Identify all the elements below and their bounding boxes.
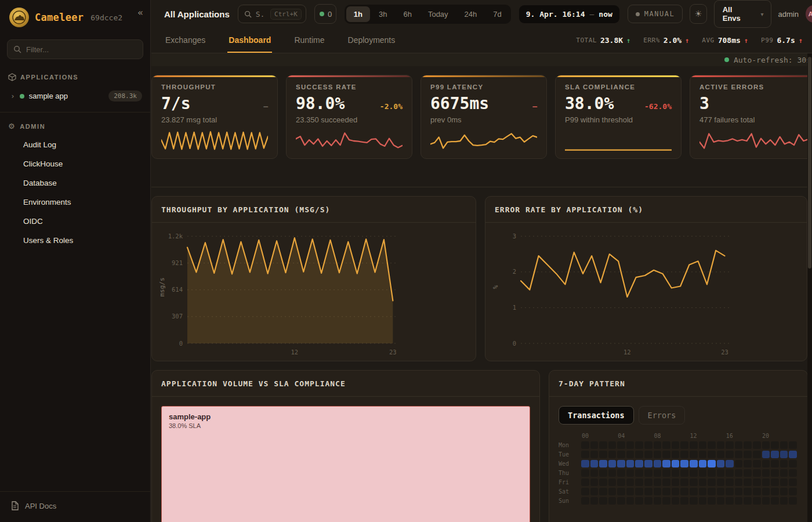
sidebar-item-oidc[interactable]: OIDC [0, 212, 150, 231]
heatmap-cell [789, 469, 797, 477]
tab-deployments[interactable]: Deployments [347, 28, 397, 53]
kpi-card-throughput[interactable]: THROUGHPUT7/s–23.827 msg total [151, 75, 278, 159]
heatmap-row-sat: Sat [559, 488, 798, 495]
heatmap-cell [672, 460, 680, 467]
page-title: All Applications [164, 9, 230, 19]
heatmap-cell [680, 441, 688, 449]
heatmap-cell [780, 451, 788, 458]
svg-text:0: 0 [179, 340, 183, 347]
time-range-today[interactable]: Today [420, 6, 456, 22]
heatmap-cell [789, 488, 797, 495]
date-range-pill[interactable]: 9. Apr. 16:14 — now [519, 5, 619, 23]
heatmap-cell [753, 488, 761, 495]
theme-toggle-button[interactable]: ☀ [690, 4, 707, 24]
heatmap-cell [735, 441, 743, 449]
heatmap-cell [617, 451, 625, 458]
heatmap-cell [771, 469, 779, 477]
sidebar-item-clickhouse[interactable]: ClickHouse [0, 154, 150, 173]
kpi-card-p99-latency[interactable]: P99 LATENCY6675ms–prev 0ms [420, 75, 547, 159]
environments-dropdown[interactable]: All Envs ▾ [714, 0, 771, 28]
heatmap-row-wed: Wed [559, 460, 798, 467]
sidebar-filter[interactable] [7, 39, 143, 59]
throughput-area-chart[interactable]: 03076149211.2k1223msg/s [155, 225, 476, 358]
admin-section-header: ⚙ ADMIN [0, 116, 150, 135]
scrollbar-track[interactable] [807, 53, 812, 522]
heatmap-cell [608, 497, 617, 505]
kpi-label: THROUGHPUT [161, 84, 268, 90]
sidebar-item-database[interactable]: Database [0, 173, 150, 193]
heatmap-cell [780, 469, 788, 477]
admin-nav: Audit LogClickHouseDatabaseEnvironmentsO… [0, 135, 150, 250]
svg-text:23: 23 [389, 349, 397, 356]
kpi-accent-bar [690, 75, 812, 77]
heatmap-day-label: Tue [559, 451, 581, 458]
heatmap-cell [680, 488, 688, 495]
heatmap-cell [762, 451, 770, 458]
chevron-right-icon[interactable]: › [10, 92, 15, 100]
heatmap-cell [680, 478, 688, 486]
error-rate-chart-card: ERROR RATE BY APPLICATION (%) 01231223% [485, 196, 807, 361]
dashboard-content: Auto-refresh: 30s THROUGHPUT7/s–23.827 m… [151, 53, 812, 522]
kpi-card-sla-compliance[interactable]: SLA COMPLIANCE38.0%-62.0%P99 within thre… [555, 75, 682, 159]
heatmap-cell [690, 451, 698, 458]
manual-mode-button[interactable]: MANUAL [628, 5, 683, 23]
pattern-toggle-errors[interactable]: Errors [639, 406, 686, 425]
heatmap-cell [789, 451, 797, 458]
heatmap-cell [644, 478, 652, 486]
heatmap-cell [590, 497, 599, 505]
treemap-tile-sample-app[interactable]: sample-app 38.0% SLA [161, 406, 530, 522]
stat-err: ERR%2.0%↑ [643, 36, 689, 45]
heatmap-cell [654, 469, 662, 477]
time-range-3h[interactable]: 3h [371, 6, 394, 22]
heatmap-day-label: Wed [559, 461, 581, 467]
heatmap-cell [717, 460, 725, 467]
auto-refresh-row: Auto-refresh: 30s [151, 53, 812, 66]
sidebar-item-api-docs[interactable]: API Docs [0, 491, 150, 522]
heatmap-cell [599, 497, 607, 505]
heatmap-cell [690, 460, 698, 467]
tab-runtime[interactable]: Runtime [293, 28, 325, 53]
time-range-7d[interactable]: 7d [485, 6, 509, 22]
heatmap-cell [635, 469, 643, 477]
heatmap-cell [753, 460, 761, 467]
date-to: now [599, 10, 612, 19]
time-range-24h[interactable]: 24h [457, 6, 485, 22]
avatar[interactable]: AD [806, 5, 812, 23]
kpi-label: ACTIVE ERRORS [699, 84, 812, 90]
heatmap-cell [690, 497, 698, 505]
stat-total: TOTAL23.8K↑ [576, 36, 630, 45]
tab-exchanges[interactable]: Exchanges [164, 28, 206, 53]
scrollbar-thumb[interactable] [808, 57, 811, 269]
time-range-1h[interactable]: 1h [346, 6, 370, 22]
time-range-6h[interactable]: 6h [396, 6, 419, 22]
heatmap-cell [599, 478, 607, 486]
sidebar-item-audit-log[interactable]: Audit Log [0, 135, 150, 154]
heatmap-day-label: Sat [559, 488, 581, 495]
global-search[interactable]: S... Ctrl+K [238, 5, 306, 23]
sidebar-item-environments[interactable]: Environments [0, 193, 150, 212]
heatmap-cell [762, 460, 770, 467]
connection-status-pill[interactable]: O [314, 4, 336, 24]
heatmap-row-mon: Mon [559, 441, 798, 449]
tab-dashboard[interactable]: Dashboard [227, 28, 272, 53]
svg-text:12: 12 [624, 349, 631, 356]
sidebar-collapse-icon[interactable]: « [137, 7, 143, 18]
heatmap-cell [617, 488, 625, 495]
pattern-toggle-transactions[interactable]: Transactions [559, 406, 634, 425]
sidebar-item-users-roles[interactable]: Users & Roles [0, 231, 150, 250]
heatmap-cell [581, 497, 589, 505]
heatmap-cell [726, 441, 734, 449]
svg-text:307: 307 [172, 313, 183, 320]
heatmap-cell [690, 441, 698, 449]
kpi-card-success-rate[interactable]: SUCCESS RATE98.0%-2.0%23.350 succeeded [286, 75, 412, 159]
kpi-accent-bar [152, 75, 277, 77]
heatmap-cell [644, 497, 652, 505]
kpi-card-active-errors[interactable]: ACTIVE ERRORS3–477 failures total [690, 75, 812, 159]
filter-input[interactable] [26, 45, 137, 54]
heatmap-cell [762, 469, 770, 477]
kpi-accent-bar [556, 75, 681, 77]
error-rate-line-chart[interactable]: 01231223% [489, 225, 807, 358]
sun-icon: ☀ [694, 9, 702, 19]
sidebar-item-sample-app[interactable]: › sample app 208.3k [0, 86, 150, 107]
treemap-sla-value: 38.0% SLA [169, 422, 523, 429]
